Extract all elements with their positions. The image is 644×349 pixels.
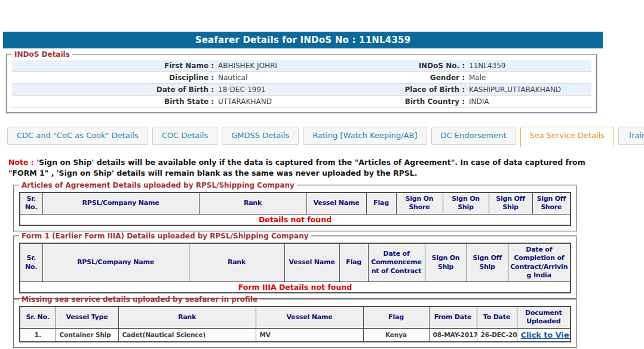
- col-from-date: From Date: [429, 307, 477, 328]
- indos-no-label: INDoS No. :: [370, 62, 469, 70]
- click-to-view-link[interactable]: Click to View: [521, 330, 571, 339]
- missing-section-legend: Missing sea service details uploaded by …: [19, 295, 260, 304]
- form1-section-legend: Form 1 (Earlier Form IIIA) Details uploa…: [19, 232, 311, 240]
- col-flag: Flag: [366, 192, 396, 214]
- birth-country-value: INDIA: [469, 97, 591, 106]
- col-vessel-name: Vessel Name: [284, 243, 339, 282]
- col-sr-no: Sr. No.: [20, 243, 42, 282]
- gender-value: Male: [469, 74, 591, 82]
- form1-table: Sr. No. RPSL/Company Name Rank Vessel Na…: [19, 243, 571, 293]
- col-sr-no: Sr. No.: [20, 307, 56, 328]
- cell-to-date: 26-DEC-2017: [477, 328, 517, 342]
- articles-empty-row: Details not found: [20, 214, 571, 225]
- col-vessel-name: Vessel Name: [256, 307, 363, 328]
- form1-empty-row: Form IIIA Details not found: [20, 282, 571, 293]
- table-row: 1. Container Ship Cadet(Nautical Science…: [20, 328, 571, 342]
- indos-no-value: 11NL4359: [469, 62, 591, 70]
- discipline-value: Nautical: [218, 74, 370, 82]
- tab-coc-details[interactable]: COC Details: [152, 127, 218, 145]
- discipline-label: Discipline :: [12, 74, 218, 82]
- col-sign-off-shore: Sign Off Shore: [532, 192, 571, 214]
- dob-label: Date of Birth :: [12, 85, 218, 94]
- page-title: Seafarer Details for INDoS No : 11NL4359: [195, 35, 411, 45]
- tab-cdc-coc-cook[interactable]: CDC and "CoC as Cook" Details: [7, 127, 148, 145]
- col-sign-off-ship: Sign Off Ship: [467, 243, 508, 282]
- sign-on-ship-note: Note : 'Sign on Ship' details will be av…: [8, 157, 603, 179]
- form1-empty-message: Form IIIA Details not found: [20, 282, 571, 293]
- col-rank: Rank: [199, 192, 306, 214]
- col-rank: Rank: [189, 243, 284, 282]
- page-title-bar: Seafarer Details for INDoS No : 11NL4359: [3, 32, 603, 48]
- note-text: 'Sign on Ship' details will be available…: [8, 158, 585, 177]
- form1-header-row: Sr. No. RPSL/Company Name Rank Vessel Na…: [20, 243, 571, 282]
- col-vessel-type: Vessel Type: [56, 307, 118, 328]
- col-document-uploaded: Document Uploaded: [517, 307, 571, 328]
- first-name-value: ABHISHEK JOHRI: [218, 62, 370, 70]
- missing-sea-service-table: Sr. No. Vessel Type Rank Vessel Name Fla…: [19, 306, 571, 342]
- col-sign-off-ship: Sign Off Ship: [489, 192, 532, 214]
- missing-sea-service-section: Missing sea service details uploaded by …: [13, 295, 577, 348]
- note-prefix: Note :: [8, 158, 34, 167]
- articles-of-agreement-section: Articles of Agreement Details uploaded b…: [13, 181, 577, 232]
- indos-row-discipline: Discipline : Nautical Gender : Male: [12, 72, 591, 84]
- birth-state-value: UTTARAKHAND: [218, 97, 370, 106]
- col-sign-on-shore: Sign On Shore: [396, 192, 443, 214]
- col-rpsl-company: RPSL/Company Name: [42, 243, 189, 282]
- indos-row-state: Birth State : UTTARAKHAND Birth Country …: [12, 96, 591, 108]
- articles-header-row: Sr. No. RPSL/Company Name Rank Vessel Na…: [20, 192, 571, 214]
- indos-row-name: First Name : ABHISHEK JOHRI INDoS No. : …: [12, 60, 591, 72]
- tab-training-details[interactable]: Training Details: [618, 127, 644, 145]
- place-of-birth-label: Place of Birth :: [370, 85, 469, 94]
- tab-rating-watch-keeping[interactable]: Rating [Watch Keeping/AB]: [303, 127, 427, 145]
- cell-document-uploaded: Click to View: [517, 328, 571, 342]
- cell-from-date: 08-MAY-2017: [429, 328, 477, 342]
- articles-table: Sr. No. RPSL/Company Name Rank Vessel Na…: [19, 192, 571, 226]
- cell-vessel-name: MV: [256, 328, 363, 342]
- place-of-birth-value: KASHIPUR,UTTARAKHAND: [469, 85, 591, 94]
- tab-dc-endorsement[interactable]: DC Endorsement: [431, 127, 516, 145]
- birth-state-label: Birth State :: [12, 97, 218, 106]
- tab-sea-service-details[interactable]: Sea Service Details: [520, 127, 615, 147]
- missing-header-row: Sr. No. Vessel Type Rank Vessel Name Fla…: [20, 307, 571, 328]
- col-flag: Flag: [339, 243, 368, 282]
- tab-bar: CDC and "CoC as Cook" Details COC Detail…: [7, 127, 644, 147]
- tab-gmdss-details[interactable]: GMDSS Details: [222, 127, 299, 145]
- cell-flag: Kenya: [363, 328, 429, 342]
- indos-details-legend: INDoS Details: [12, 50, 72, 59]
- indos-details-fieldset: INDoS Details First Name : ABHISHEK JOHR…: [6, 50, 597, 114]
- col-date-completion: Date of Completion of Contract/Arriving …: [508, 243, 571, 282]
- cell-vessel-type: Container Ship: [56, 328, 118, 342]
- gender-label: Gender :: [370, 74, 469, 82]
- cell-sr-no: 1.: [20, 328, 56, 342]
- col-flag: Flag: [363, 307, 429, 328]
- col-sign-on-ship: Sign On Ship: [425, 243, 467, 282]
- indos-row-birth: Date of Birth : 18-DEC-1991 Place of Bir…: [12, 84, 591, 96]
- cell-rank: Cadet(Nautical Science): [118, 328, 256, 342]
- col-vessel-name: Vessel Name: [306, 192, 366, 214]
- col-sign-on-ship: Sign On Ship: [443, 192, 489, 214]
- articles-empty-message: Details not found: [20, 214, 571, 225]
- col-rpsl-company: RPSL/Company Name: [42, 192, 199, 214]
- col-rank: Rank: [118, 307, 256, 328]
- dob-value: 18-DEC-1991: [218, 85, 370, 94]
- col-sr-no: Sr. No.: [20, 192, 42, 214]
- col-date-commencement: Date of Commencement of Contract: [368, 243, 425, 282]
- first-name-label: First Name :: [12, 62, 218, 70]
- birth-country-label: Birth Country :: [370, 97, 469, 106]
- articles-section-legend: Articles of Agreement Details uploaded b…: [19, 181, 297, 189]
- col-to-date: To Date: [477, 307, 517, 328]
- form1-section: Form 1 (Earlier Form IIIA) Details uploa…: [13, 232, 577, 299]
